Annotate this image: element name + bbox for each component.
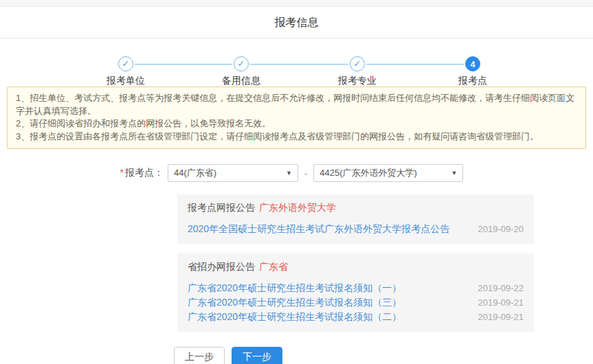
step-item-major: ✓ 报考专业 [338,56,377,87]
announcement-item: 广东省2020年硕士研究生招生考试报名须知（三） 2019-09-21 [188,297,524,308]
announcement-item: 2020年全国硕士研究生招生考试广东外语外贸大学报考点公告 2019-09-20 [188,223,524,235]
step-item-unit: ✓ 报考单位 [107,56,145,87]
form-actions: 上一步 下一步 [174,347,593,364]
chevron-down-icon: ▼ [286,170,292,177]
announcement-date: 2019-09-20 [478,223,524,235]
province-select-value: 44(广东省) [174,167,216,179]
announcement-link[interactable]: 广东省2020年硕士研究生招生考试报名须知（三） [188,297,401,308]
check-icon: ✓ [234,56,249,71]
step-indicator: ✓ 报考单位 ✓ 备用信息 ✓ 报考专业 4 报考点 [0,38,593,87]
announcement-item: 广东省2020年硕士研究生招生考试报名须知（二） 2019-09-21 [188,311,524,323]
top-strip [0,0,593,7]
step-connector [366,64,464,65]
announcement-link[interactable]: 2020年全国硕士研究生招生考试广东外语外贸大学报考点公告 [188,223,449,235]
chevron-down-icon: ▼ [451,170,457,177]
announcement-header-highlight: 广东省 [259,261,288,272]
exam-site-announcement-box: 报考点网报公告广东外语外贸大学 2020年全国硕士研究生招生考试广东外语外贸大学… [177,194,534,244]
exam-site-select-value: 4425(广东外语外贸大学) [320,167,417,179]
select-separator: - [304,168,307,179]
notice-line: 1、招生单位、考试方式、报考点等为报考关键信息，在提交信息后不允许修改，网报时间… [16,92,577,117]
announcement-header-prefix: 省招办网报公告 [188,261,255,272]
previous-step-button[interactable]: 上一步 [174,347,225,364]
announcement-date: 2019-09-22 [478,282,524,294]
announcement-header-prefix: 报考点网报公告 [188,202,255,213]
step-number-badge: 4 [465,56,480,71]
announcement-item: 广东省2020年硕士研究生招生考试报名须知（一） 2019-09-22 [188,282,524,294]
step-label: 报考单位 [107,75,145,87]
exam-site-form-row: *报考点： 44(广东省) ▼ - 4425(广东外语外贸大学) ▼ [0,164,593,182]
notice-line: 2、请仔细阅读省招办和报考点的网报公告，以免导致报名无效。 [16,117,577,130]
step-label: 备用信息 [222,75,260,87]
notice-line: 3、报考点的设置由各报考点所在省级管理部门设定，请仔细阅读报考点及省级管理部门的… [16,130,577,144]
step-connector [250,64,348,65]
notice-box: 1、招生单位、考试方式、报考点等为报考关键信息，在提交信息后不允许修改，网报时间… [7,87,586,149]
announcement-header: 省招办网报公告广东省 [188,261,524,273]
provincial-announcement-box: 省招办网报公告广东省 广东省2020年硕士研究生招生考试报名须知（一） 2019… [177,253,534,332]
required-asterisk: * [120,167,124,178]
announcement-link[interactable]: 广东省2020年硕士研究生招生考试报名须知（二） [188,311,401,323]
check-icon: ✓ [118,56,133,71]
next-step-button[interactable]: 下一步 [232,347,282,364]
announcements-section: 报考点网报公告广东外语外贸大学 2020年全国硕士研究生招生考试广东外语外贸大学… [177,194,534,332]
exam-site-select[interactable]: 4425(广东外语外贸大学) ▼ [313,164,463,182]
announcement-header-highlight: 广东外语外贸大学 [259,202,336,213]
field-label-text: 报考点： [125,167,164,178]
check-icon: ✓ [350,56,365,71]
announcement-date: 2019-09-21 [478,311,524,323]
announcement-link[interactable]: 广东省2020年硕士研究生招生考试报名须知（一） [188,282,401,294]
step-item-backup-info: ✓ 备用信息 [222,56,260,87]
page-title: 报考信息 [0,7,593,38]
step-connector [135,64,232,65]
province-select[interactable]: 44(广东省) ▼ [168,164,298,182]
announcement-header: 报考点网报公告广东外语外贸大学 [188,202,524,214]
announcement-date: 2019-09-21 [478,297,524,308]
step-label: 报考专业 [338,75,377,87]
step-label: 报考点 [458,75,487,87]
exam-site-label: *报考点： [0,167,164,179]
step-item-exam-site: 4 报考点 [458,56,487,87]
